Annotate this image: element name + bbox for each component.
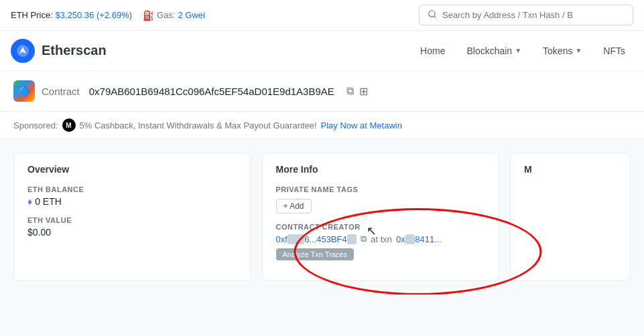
contract-actions: ⧉ ⊞ bbox=[346, 85, 368, 98]
metawin-icon-label: M bbox=[66, 122, 71, 129]
contract-creator-label: CONTRACT CREATOR bbox=[276, 223, 486, 231]
creator-row: 0xf 6...453BF4 ⧉ at txn 0x 8411... bbox=[276, 234, 486, 244]
gas-icon: ⛽ bbox=[143, 10, 154, 21]
nav-links: Home Blockchain ▼ Tokens ▼ NFTs bbox=[412, 40, 633, 62]
contract-label: Contract bbox=[42, 86, 80, 97]
sponsored-text: 5% Cashback, Instant Withdrawals & Max P… bbox=[80, 120, 317, 131]
third-card: M bbox=[510, 153, 631, 281]
sponsored-label: Sponsored: bbox=[13, 120, 58, 131]
sponsored-bar: Sponsored: M 5% Cashback, Instant Withdr… bbox=[0, 112, 644, 139]
private-name-tags-label: PRIVATE NAME TAGS bbox=[276, 185, 486, 193]
at-txn-text: at txn bbox=[371, 234, 392, 244]
logo[interactable]: Etherscan bbox=[11, 39, 107, 63]
logo-icon bbox=[11, 39, 35, 63]
nav-tokens[interactable]: Tokens ▼ bbox=[535, 40, 590, 62]
svg-line-1 bbox=[434, 16, 436, 18]
nav-home-label: Home bbox=[420, 46, 445, 56]
nav-blockchain-label: Blockchain bbox=[466, 46, 512, 56]
txn-address[interactable]: 0x 8411... bbox=[396, 234, 442, 244]
gas-value: 2 Gwei bbox=[178, 10, 205, 20]
more-info-card: More Info PRIVATE NAME TAGS + Add CONTRA… bbox=[262, 153, 500, 281]
add-tag-label: + Add bbox=[283, 201, 304, 211]
top-bar-left: ETH Price: $3,250.36 (+2.69%) ⛽ Gas: 2 G… bbox=[11, 10, 205, 21]
eth-price-label: ETH Price: bbox=[11, 10, 53, 20]
txn-addr-blur bbox=[405, 234, 415, 244]
private-name-tags-field: PRIVATE NAME TAGS + Add bbox=[276, 185, 486, 214]
eth-value-value: $0.00 bbox=[27, 227, 237, 238]
main-content: Overview ETH BALANCE ♦ 0 ETH ETH VALUE $… bbox=[0, 139, 644, 295]
eth-value-label: ETH VALUE bbox=[27, 216, 237, 224]
third-card-title: M bbox=[524, 164, 617, 175]
nav-tokens-label: Tokens bbox=[543, 46, 572, 56]
nav-nfts[interactable]: NFTs bbox=[595, 40, 633, 62]
more-info-title: More Info bbox=[276, 164, 486, 175]
copy-address-icon[interactable]: ⧉ bbox=[346, 85, 354, 97]
search-input[interactable] bbox=[442, 10, 625, 20]
overview-title: Overview bbox=[27, 164, 237, 175]
contract-header: 🔷 Contract 0x79AB601B69481Cc096Afc5EF54a… bbox=[0, 71, 644, 112]
eth-value-field: ETH VALUE $0.00 bbox=[27, 216, 237, 238]
grid-icon[interactable]: ⊞ bbox=[359, 85, 368, 98]
creator-addr-blur bbox=[287, 234, 304, 244]
logo-text: Etherscan bbox=[42, 43, 107, 58]
cards-wrapper: Overview ETH BALANCE ♦ 0 ETH ETH VALUE $… bbox=[13, 153, 631, 281]
navbar: Etherscan Home Blockchain ▼ Tokens ▼ NFT… bbox=[0, 31, 644, 71]
add-tag-button[interactable]: + Add bbox=[276, 199, 312, 214]
eth-price-value: $3,250.36 (+2.69%) bbox=[55, 10, 132, 20]
eth-price: ETH Price: $3,250.36 (+2.69%) bbox=[11, 10, 132, 20]
metawin-link[interactable]: Play Now at Metawin bbox=[321, 120, 402, 131]
contract-creator-field: CONTRACT CREATOR 0xf 6...453BF4 ⧉ at txn… bbox=[276, 223, 486, 260]
analyze-txn-button[interactable]: Analyze Txn Traces bbox=[276, 248, 354, 260]
contract-address: 0x79AB601B69481Cc096Afc5EF54aD01E9d1A3B9… bbox=[89, 86, 334, 97]
gas-info: ⛽ Gas: 2 Gwei bbox=[143, 10, 205, 21]
tokens-chevron-icon: ▼ bbox=[575, 47, 582, 54]
overview-card: Overview ETH BALANCE ♦ 0 ETH ETH VALUE $… bbox=[13, 153, 251, 281]
contract-icon: 🔷 bbox=[13, 80, 35, 102]
eth-balance-value: ♦ 0 ETH bbox=[27, 196, 237, 207]
nav-blockchain[interactable]: Blockchain ▼ bbox=[458, 40, 529, 62]
top-bar: ETH Price: $3,250.36 (+2.69%) ⛽ Gas: 2 G… bbox=[0, 0, 644, 31]
gas-label: Gas: bbox=[157, 10, 175, 20]
eth-balance-label: ETH BALANCE bbox=[27, 185, 237, 193]
copy-creator-icon[interactable]: ⧉ bbox=[361, 234, 367, 244]
eth-balance-field: ETH BALANCE ♦ 0 ETH bbox=[27, 185, 237, 207]
metawin-icon: M bbox=[62, 118, 76, 132]
eth-diamond-icon: ♦ bbox=[27, 196, 32, 207]
creator-addr-blur2 bbox=[347, 234, 357, 244]
creator-address[interactable]: 0xf 6...453BF4 bbox=[276, 234, 357, 244]
nav-home[interactable]: Home bbox=[412, 40, 453, 62]
search-container bbox=[419, 5, 633, 25]
svg-point-0 bbox=[429, 11, 435, 17]
nav-nfts-label: NFTs bbox=[603, 46, 625, 56]
search-icon bbox=[428, 9, 437, 21]
blockchain-chevron-icon: ▼ bbox=[515, 47, 521, 54]
